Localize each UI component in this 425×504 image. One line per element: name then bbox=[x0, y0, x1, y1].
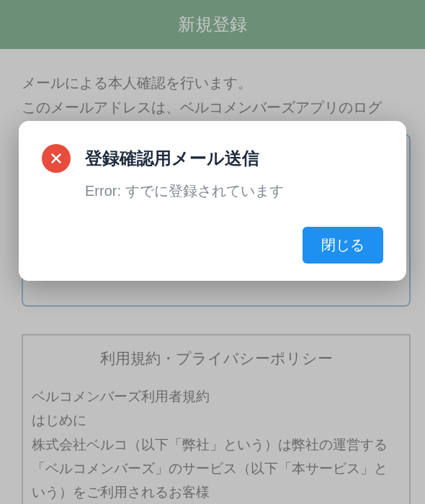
dialog-title: 登録確認用メール送信 bbox=[85, 147, 259, 170]
close-x-icon bbox=[50, 152, 63, 165]
dialog-actions: 閉じる bbox=[42, 227, 383, 264]
error-icon bbox=[42, 144, 71, 173]
close-button[interactable]: 閉じる bbox=[303, 227, 383, 264]
dialog-header: 登録確認用メール送信 bbox=[42, 144, 383, 173]
error-dialog: 登録確認用メール送信 Error: すでに登録されています 閉じる bbox=[19, 121, 406, 281]
dialog-message: Error: すでに登録されています bbox=[85, 181, 383, 201]
